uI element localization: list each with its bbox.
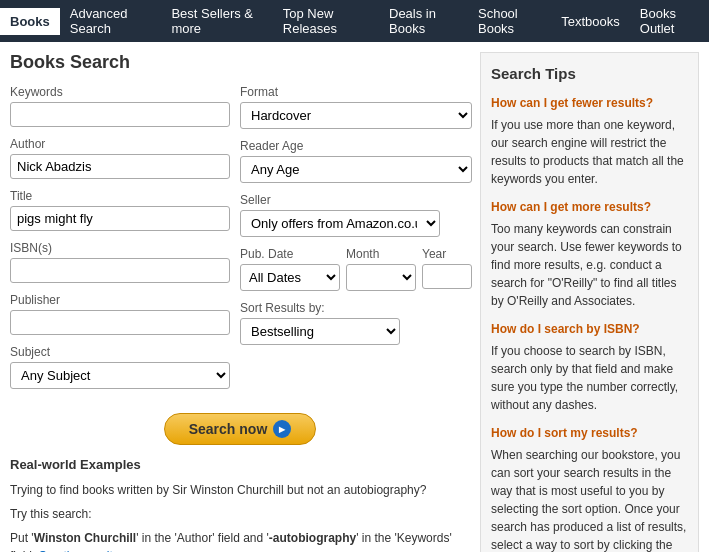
sort-label: Sort Results by: (240, 301, 472, 315)
left-fields: Keywords Author Title ISBN(s) Publisher (10, 85, 230, 399)
isbn-label: ISBN(s) (10, 241, 230, 255)
seller-group: Seller All Sellers Only offers from Amaz… (240, 193, 472, 237)
format-select[interactable]: All Formats Hardcover Paperback Audio CD… (240, 102, 472, 129)
examples-section: Real-world Examples Trying to find books… (10, 455, 470, 552)
keywords-label: Keywords (10, 85, 230, 99)
publisher-label: Publisher (10, 293, 230, 307)
nav-school-books[interactable]: School Books (468, 0, 551, 42)
keywords-group: Keywords (10, 85, 230, 127)
reader-age-group: Reader Age Any Age 0-2 years 3-5 years 6… (240, 139, 472, 183)
author-group: Author (10, 137, 230, 179)
nav-best-sellers[interactable]: Best Sellers & more (161, 0, 272, 42)
title-input[interactable] (10, 206, 230, 231)
tips-a2: Too many keywords can constrain your sea… (491, 220, 688, 310)
nav-deals[interactable]: Deals in Books (379, 0, 468, 42)
search-arrow-icon: ► (273, 420, 291, 438)
tips-q1: How can I get fewer results? (491, 94, 688, 112)
reader-age-label: Reader Age (240, 139, 472, 153)
nav-books[interactable]: Books (0, 8, 60, 35)
isbn-input[interactable] (10, 258, 230, 283)
year-col: Year (422, 247, 472, 289)
search-btn-row: Search now ► (10, 413, 470, 445)
title-label: Title (10, 189, 230, 203)
year-label: Year (422, 247, 472, 261)
publisher-input[interactable] (10, 310, 230, 335)
format-label: Format (240, 85, 472, 99)
see-results-1[interactable]: See the results (39, 549, 119, 553)
tips-a3: If you choose to search by ISBN, search … (491, 342, 688, 414)
publisher-group: Publisher (10, 293, 230, 335)
seller-select[interactable]: All Sellers Only offers from Amazon.co.u… (240, 210, 440, 237)
example-search-1: Put 'Winston Churchill' in the 'Author' … (10, 529, 470, 553)
author-label: Author (10, 137, 230, 151)
example-para1: Trying to find books written by Sir Wins… (10, 481, 470, 499)
pub-date-col: Pub. Date All Dates Last 30 days Last 90… (240, 247, 340, 291)
in-author: in the 'Author' field and ' (139, 531, 269, 545)
tips-heading: Search Tips (491, 63, 688, 86)
title-group: Title (10, 189, 230, 231)
month-label: Month (346, 247, 416, 261)
month-select[interactable]: JanFebMar AprMayJun JulAugSep OctNovDec (346, 264, 416, 291)
format-group: Format All Formats Hardcover Paperback A… (240, 85, 472, 129)
tips-q2: How can I get more results? (491, 198, 688, 216)
main-container: Books Search Keywords Author Title ISBN (0, 42, 709, 552)
right-fields: Format All Formats Hardcover Paperback A… (240, 85, 472, 399)
tips-q4: How do I sort my results? (491, 424, 688, 442)
pub-date-label: Pub. Date (240, 247, 340, 261)
tips-a4: When searching our bookstore, you can so… (491, 446, 688, 553)
pub-date-group: Pub. Date All Dates Last 30 days Last 90… (240, 247, 472, 291)
tips-q3: How do I search by ISBN? (491, 320, 688, 338)
author-example: Winston Churchill (34, 531, 137, 545)
sort-select[interactable]: Bestselling Price: Low to High Price: Hi… (240, 318, 400, 345)
form-layout: Keywords Author Title ISBN(s) Publisher (10, 85, 470, 399)
keyword-example: -autobiography (269, 531, 356, 545)
pub-date-select[interactable]: All Dates Last 30 days Last 90 days This… (240, 264, 340, 291)
search-form-area: Books Search Keywords Author Title ISBN (10, 52, 470, 552)
isbn-group: ISBN(s) (10, 241, 230, 283)
examples-heading: Real-world Examples (10, 455, 470, 475)
nav-new-releases[interactable]: Top New Releases (273, 0, 379, 42)
author-input[interactable] (10, 154, 230, 179)
tips-a1: If you use more than one keyword, our se… (491, 116, 688, 188)
month-col: Month JanFebMar AprMayJun JulAugSep OctN… (346, 247, 416, 291)
top-navigation: Books Advanced Search Best Sellers & mor… (0, 0, 709, 42)
reader-age-select[interactable]: Any Age 0-2 years 3-5 years 6-8 years 9-… (240, 156, 472, 183)
search-button-label: Search now (189, 421, 268, 437)
subject-group: Subject Any Subject Arts & Photography B… (10, 345, 230, 389)
subject-select[interactable]: Any Subject Arts & Photography Business … (10, 362, 230, 389)
seller-label: Seller (240, 193, 472, 207)
nav-advanced-search[interactable]: Advanced Search (60, 0, 162, 42)
keywords-input[interactable] (10, 102, 230, 127)
year-input[interactable] (422, 264, 472, 289)
subject-label: Subject (10, 345, 230, 359)
tips-panel: Search Tips How can I get fewer results?… (480, 52, 699, 552)
page-title: Books Search (10, 52, 470, 73)
search-button[interactable]: Search now ► (164, 413, 317, 445)
try-this: Try this search: (10, 505, 470, 523)
nav-outlet[interactable]: Books Outlet (630, 0, 709, 42)
nav-textbooks[interactable]: Textbooks (551, 8, 630, 35)
sort-group: Sort Results by: Bestselling Price: Low … (240, 301, 472, 345)
pub-date-row: Pub. Date All Dates Last 30 days Last 90… (240, 247, 472, 291)
put-text: Put (10, 531, 31, 545)
